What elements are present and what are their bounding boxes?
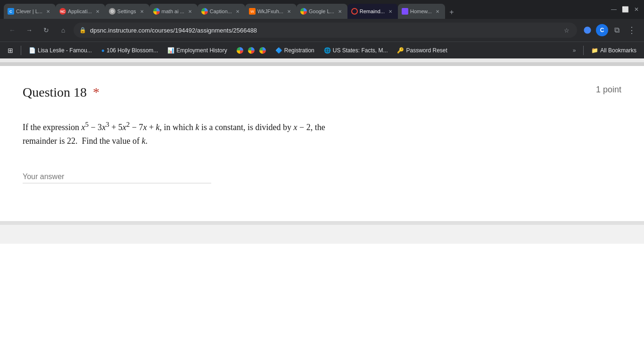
tab-homework-label: Homew...: [410, 8, 432, 14]
bookmark-employment-history[interactable]: 📊 Employment History: [164, 45, 231, 56]
google-favicon-2[interactable]: [248, 47, 255, 54]
registration-favicon: 🔷: [275, 47, 282, 54]
bookmark-lisa-leslie[interactable]: 📄 Lisa Leslie - Famou...: [25, 45, 96, 56]
bookmark-apps[interactable]: ⊞: [4, 45, 17, 56]
bookmark-registration-label: Registration: [284, 47, 314, 54]
question-title-prefix: Question: [23, 85, 70, 99]
star-icon[interactable]: ☆: [562, 25, 571, 35]
tab-math-ai-close[interactable]: ✕: [186, 8, 194, 15]
tab-wkjf-close[interactable]: ✕: [285, 8, 293, 15]
password-reset-favicon: 🔑: [397, 47, 404, 54]
close-button[interactable]: ✕: [633, 6, 640, 13]
apps-icon: ⊞: [8, 47, 13, 54]
bookmark-us-states-label: US States: Facts, M...: [333, 47, 388, 54]
bookmark-password-reset-label: Password Reset: [406, 47, 447, 54]
bookmark-lisa-leslie-label: Lisa Leslie - Famou...: [38, 47, 92, 54]
new-tab-button[interactable]: +: [445, 6, 458, 19]
titlebar: C Clever | L... ✕ NC Applicati... ✕ ⚙ Se…: [0, 0, 644, 19]
window-controls: — ⬜ ✕: [606, 6, 640, 13]
google-favicon-1[interactable]: [237, 47, 243, 54]
address-bar: ← → ↻ ⌂ 🔒 dpsnc.instructure.com/courses/…: [0, 19, 644, 41]
folder-icon: 📁: [591, 47, 598, 54]
forward-button[interactable]: →: [23, 24, 36, 37]
all-bookmarks-label: All Bookmarks: [600, 47, 636, 54]
tab-homework[interactable]: Homew... ✕: [398, 4, 445, 19]
toolbar-right: C ⧉ ⋮: [581, 24, 638, 37]
question-body: If the expression x5 − 3x3 + 5x2 − 7x + …: [23, 119, 621, 148]
tab-application-label: Applicati...: [68, 8, 92, 14]
caption-favicon: [201, 8, 208, 15]
answer-input[interactable]: [23, 171, 211, 183]
bookmark-separator-2: [583, 46, 584, 55]
back-button[interactable]: ←: [6, 24, 19, 37]
tab-remainder[interactable]: Remaind... ✕: [347, 4, 398, 19]
tab-remainder-label: Remaind...: [360, 8, 385, 14]
tab-application-close[interactable]: ✕: [94, 8, 101, 15]
tab-google-b-label: Google L...: [309, 8, 334, 14]
extensions-icon[interactable]: ⧉: [610, 24, 623, 37]
us-states-favicon: 🌐: [324, 47, 331, 54]
tab-google-b[interactable]: Google L... ✕: [297, 4, 347, 19]
home-button[interactable]: ⌂: [57, 24, 70, 37]
profile-icon[interactable]: C: [596, 24, 608, 36]
lock-icon: 🔒: [79, 27, 86, 33]
holly-blossom-favicon: ●: [101, 47, 105, 54]
tab-application[interactable]: NC Applicati... ✕: [56, 4, 105, 19]
answer-section: [23, 171, 621, 183]
tab-math-ai-label: math ai ...: [162, 8, 184, 14]
employment-history-favicon: 📊: [167, 47, 174, 54]
homework-favicon: [402, 8, 408, 15]
clever-favicon: C: [8, 8, 14, 15]
address-text: dpsnc.instructure.com/courses/194492/ass…: [90, 27, 558, 34]
more-bookmarks-arrow: »: [573, 47, 576, 54]
tab-caption[interactable]: Caption... ✕: [198, 4, 245, 19]
tab-settings[interactable]: ⚙ Settings ✕: [105, 4, 149, 19]
google-drive-icon[interactable]: [581, 24, 594, 37]
google-b-favicon: [300, 8, 307, 15]
question-title-area: Question 18 *: [23, 85, 99, 100]
question-points: 1 point: [596, 85, 621, 95]
remainder-favicon: [351, 8, 358, 15]
application-favicon: NC: [59, 8, 66, 15]
question-title: Question 18 *: [23, 85, 99, 99]
bookmark-password-reset[interactable]: 🔑 Password Reset: [393, 45, 451, 56]
tab-caption-close[interactable]: ✕: [234, 8, 241, 15]
menu-icon[interactable]: ⋮: [625, 24, 638, 37]
bookmark-us-states[interactable]: 🌐 US States: Facts, M...: [320, 45, 392, 56]
tab-clever[interactable]: C Clever | L... ✕: [4, 4, 56, 19]
more-bookmarks[interactable]: »: [569, 47, 580, 54]
tab-google-b-close[interactable]: ✕: [336, 8, 344, 15]
tab-clever-close[interactable]: ✕: [44, 8, 52, 15]
question-required-symbol: *: [93, 85, 99, 99]
settings-favicon: ⚙: [109, 8, 116, 15]
tab-clever-label: Clever | L...: [16, 8, 42, 14]
tab-homework-close[interactable]: ✕: [434, 8, 441, 15]
bookmark-holly-blossom-label: 106 Holly Blossom...: [107, 47, 158, 54]
lisa-leslie-favicon: 📄: [29, 47, 36, 54]
question-text-line2: remainder is 22. Find the value of k.: [23, 134, 621, 148]
bookmarks-bar: ⊞ 📄 Lisa Leslie - Famou... ● 106 Holly B…: [0, 41, 644, 58]
bookmark-all-bookmarks[interactable]: 📁 All Bookmarks: [587, 45, 640, 56]
maximize-button[interactable]: ⬜: [621, 6, 629, 13]
tab-settings-close[interactable]: ✕: [138, 8, 146, 15]
tab-caption-label: Caption...: [210, 8, 232, 14]
address-box[interactable]: 🔒 dpsnc.instructure.com/courses/194492/a…: [74, 23, 577, 38]
google-favicon-3[interactable]: [259, 47, 266, 54]
page-content: Question 18 * 1 point If the expression …: [0, 58, 644, 362]
address-icons: ☆: [562, 25, 571, 35]
bookmark-employment-history-label: Employment History: [176, 47, 227, 54]
tab-strip: C Clever | L... ✕ NC Applicati... ✕ ⚙ Se…: [4, 0, 606, 19]
tab-settings-label: Settings: [117, 8, 136, 14]
question-text-line1: If the expression x5 − 3x3 + 5x2 − 7x + …: [23, 119, 621, 134]
page-divider-top: [0, 62, 644, 66]
question-container: Question 18 * 1 point If the expression …: [0, 66, 644, 202]
page-bottom-divider: [0, 221, 644, 225]
tab-remainder-close[interactable]: ✕: [387, 8, 394, 15]
bookmark-registration[interactable]: 🔷 Registration: [272, 45, 318, 56]
tab-math-ai[interactable]: math ai ... ✕: [149, 4, 198, 19]
tab-wkjf[interactable]: W WkJFxuh... ✕: [245, 4, 297, 19]
minimize-button[interactable]: —: [610, 6, 618, 13]
bookmark-holly-blossom[interactable]: ● 106 Holly Blossom...: [98, 45, 162, 56]
page-bottom-area: [0, 225, 644, 244]
refresh-button[interactable]: ↻: [40, 24, 53, 37]
